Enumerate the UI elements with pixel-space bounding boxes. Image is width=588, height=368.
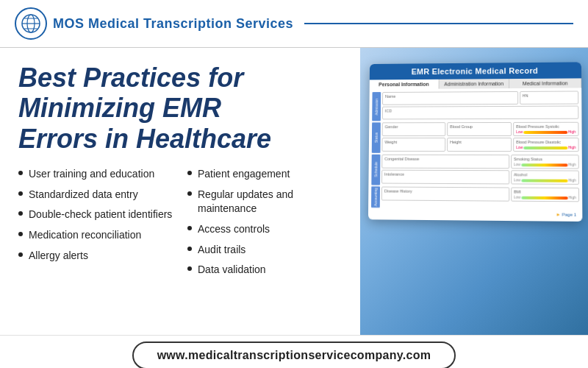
emr-icd-field: ICD	[382, 106, 579, 120]
bullet-col-left: User training and education Standardized…	[18, 167, 173, 283]
emr-height-field: Height	[447, 138, 512, 152]
emr-bloodgroup-field: Blood Group	[447, 122, 512, 136]
emr-accounting-label: Accounting	[371, 186, 380, 208]
bullet-columns: User training and education Standardized…	[18, 167, 342, 283]
emr-congenital-field: Congenital Disease	[381, 155, 509, 169]
emr-hn-field: HN	[520, 91, 579, 104]
main-content: Best Practices for Minimizing EMR Errors…	[0, 48, 588, 335]
bullet-dot	[187, 247, 192, 251]
emr-title: EMR Electronic Medical Record	[370, 62, 581, 79]
emr-admission-label: Admission	[372, 92, 381, 121]
bullet-dot	[187, 266, 192, 271]
emr-gender-field: Gender	[382, 122, 446, 136]
list-item: Standardized data entry	[18, 188, 173, 202]
emr-name-field: Name	[382, 91, 518, 105]
bullet-dot	[18, 171, 23, 175]
page-indicator: ► Page 1	[371, 209, 579, 219]
page-title: Best Practices for Minimizing EMR Errors…	[18, 63, 342, 154]
emr-smoking-field: Smoking Status Low High	[511, 155, 579, 169]
footer-url[interactable]: www.medicaltranscriptionservicecompany.c…	[132, 342, 456, 368]
logo	[15, 7, 47, 40]
emr-bp-diastolic-field: Blood Pressure Diastolic Low High	[513, 138, 578, 152]
list-item: Data validation	[187, 263, 342, 277]
emr-intolerance-field: Intolerance	[381, 170, 509, 185]
header-divider	[304, 23, 573, 24]
emr-weight-field: Weight	[381, 138, 445, 152]
header: MOS Medical Transcription Services	[0, 0, 588, 48]
right-panel: EMR Electronic Medical Record Personal I…	[360, 48, 588, 335]
emr-admission-content: Name HN ICD	[382, 91, 579, 121]
bullet-dot	[18, 211, 23, 216]
list-item: Regular updates and maintenance	[187, 188, 342, 216]
emr-tab-personal[interactable]: Personal Information	[370, 79, 440, 89]
emr-tab-admin[interactable]: Administration Information	[439, 79, 509, 89]
emr-tab-medical[interactable]: Medical Information	[509, 78, 581, 88]
bullet-dot	[18, 232, 23, 236]
emr-schedule-content: Congenital Disease Smoking Status Low Hi…	[381, 155, 579, 186]
emr-accounting-content: Disease History BMI Low High	[381, 187, 579, 210]
emr-bp-systolic-field: Blood Pressure Systolic Low High	[513, 122, 578, 136]
bullet-dot	[187, 171, 192, 175]
emr-card: EMR Electronic Medical Record Personal I…	[368, 62, 582, 221]
left-panel: Best Practices for Minimizing EMR Errors…	[0, 48, 360, 335]
emr-alcohol-field: Alcohol Low High	[511, 170, 579, 185]
emr-status-label: Status	[372, 122, 381, 152]
emr-schedule-section: Schedule Congenital Disease Smoking Stat…	[371, 155, 579, 186]
list-item: Audit trails	[187, 243, 342, 258]
list-item: Access controls	[187, 222, 342, 237]
emr-accounting-section: Accounting Disease History BMI Low	[371, 186, 579, 209]
list-item: Double-check patient identifiers	[18, 208, 173, 222]
footer: www.medicaltranscriptionservicecompany.c…	[0, 335, 588, 368]
bullet-dot	[18, 191, 23, 196]
bullet-dot	[187, 191, 192, 196]
list-item: User training and education	[18, 167, 173, 182]
company-name: MOS Medical Transcription Services	[53, 16, 293, 32]
list-item: Allergy alerts	[18, 249, 173, 263]
emr-bmi-field: BMI Low High	[511, 187, 579, 202]
list-item: Patient engagement	[187, 167, 342, 182]
emr-body: Admission Name HN	[368, 88, 582, 221]
emr-admission-section: Admission Name HN	[372, 91, 578, 121]
bullet-dot	[187, 226, 192, 230]
emr-schedule-label: Schedule	[371, 155, 380, 185]
emr-tabs: Personal Information Administration Info…	[370, 78, 581, 89]
list-item: Medication reconciliation	[18, 228, 173, 243]
bullet-col-right: Patient engagement Regular updates and m…	[187, 167, 342, 283]
emr-status-content: Gender Blood Group Blood Pressure Systol…	[381, 122, 578, 153]
emr-disease-history-field: Disease History	[381, 187, 509, 202]
bullet-dot	[18, 252, 23, 257]
emr-status-section: Status Gender Blood Group	[372, 122, 579, 153]
